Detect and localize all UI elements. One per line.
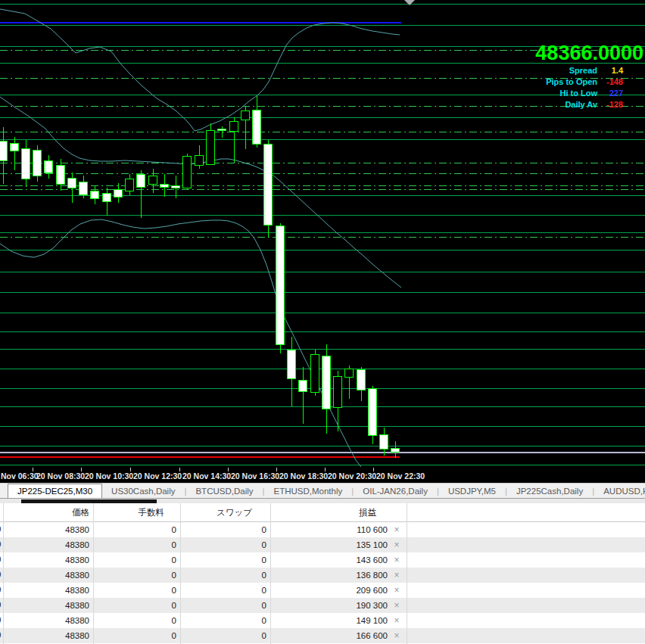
position-row[interactable]: 04838000135 100×: [0, 537, 645, 552]
quote-stats: Spread1.4Pips to Open-148Hi to Low227Dai…: [535, 65, 645, 110]
cell-comm: 0: [98, 568, 176, 583]
cell-price: 48380: [5, 537, 89, 552]
candlestick: [114, 189, 123, 197]
candlestick: [33, 150, 42, 176]
chart-tab-audusd-h1[interactable]: AUDUSD,H1: [594, 484, 645, 498]
chart-tab-ethusd-monthly[interactable]: ETHUSD,Monthly: [265, 484, 352, 498]
chart-tab-us30cash-daily[interactable]: US30Cash,Daily: [102, 484, 184, 498]
candlestick: [218, 129, 226, 130]
clipped-edge-cell: 0: [0, 522, 2, 537]
candlestick: [79, 182, 88, 194]
cell-comm: 0: [98, 628, 176, 643]
position-row[interactable]: 04838000110 600×: [0, 522, 645, 537]
cell-pl: 190 300: [273, 598, 388, 613]
column-separator: [407, 503, 407, 644]
quote-info-overlay: 48366.0000 Spread1.4Pips to Open-148Hi t…: [535, 43, 645, 110]
cell-swap: 0: [185, 628, 266, 643]
quote-stat-row: Spread1.4: [535, 65, 645, 76]
candlestick: [241, 110, 250, 120]
column-header[interactable]: スワップ: [185, 503, 252, 521]
positions-table: 価格手数料スワップ損益 04838000110 600×04838000135 …: [0, 503, 645, 644]
candlestick: [207, 130, 215, 164]
price-chart[interactable]: 48366.0000 Spread1.4Pips to Open-148Hi t…: [0, 0, 645, 468]
chart-shift-marker-icon[interactable]: [404, 0, 415, 5]
time-axis-label: Nov 06:30: [1, 471, 39, 481]
chart-tab-jp225cash-daily[interactable]: JP225Cash,Daily: [507, 484, 592, 498]
cell-swap: 0: [185, 552, 266, 568]
chart-tab-jp225-dec25-m30[interactable]: JP225-DEC25,M30: [8, 484, 102, 498]
position-row[interactable]: 04838000166 600×: [0, 628, 645, 643]
time-axis-label: 20 Nov 20:30: [328, 471, 376, 481]
candlestick: [369, 388, 377, 435]
candlestick: [357, 369, 366, 390]
candlestick: [91, 191, 99, 198]
cell-comm: 0: [98, 537, 176, 552]
close-position-icon[interactable]: ×: [391, 628, 403, 643]
column-header[interactable]: 損益: [273, 503, 376, 521]
close-position-icon[interactable]: ×: [391, 568, 403, 583]
candlestick: [299, 380, 307, 391]
close-position-icon[interactable]: ×: [391, 552, 403, 568]
table-body: 04838000110 600×04838000135 100×04838000…: [0, 522, 645, 643]
close-position-icon[interactable]: ×: [391, 613, 403, 628]
cell-price: 48380: [5, 613, 89, 628]
candlestick: [160, 184, 169, 187]
candlestick: [103, 193, 111, 201]
column-separator: [270, 503, 271, 644]
candlestick: [276, 226, 285, 344]
stat-value: -128: [597, 99, 623, 110]
cell-comm: 0: [98, 598, 176, 613]
candlestick: [195, 155, 204, 165]
close-position-icon[interactable]: ×: [391, 598, 403, 613]
cell-comm: 0: [98, 583, 176, 598]
bollinger-upper-band: [0, 9, 400, 131]
chart-tab-btcusd-daily[interactable]: BTCUSD,Daily: [186, 484, 262, 498]
cell-comm: 0: [98, 552, 176, 568]
table-header-row: 価格手数料スワップ損益: [0, 503, 645, 522]
position-row[interactable]: 04838000190 300×: [0, 598, 645, 613]
position-row[interactable]: 04838000209 600×: [0, 583, 645, 598]
close-position-icon[interactable]: ×: [391, 583, 403, 598]
candlestick: [11, 143, 19, 151]
position-row[interactable]: 04838000136 800×: [0, 568, 645, 583]
chart-tab-oil-jan26-daily[interactable]: OIL-JAN26,Daily: [354, 484, 437, 498]
time-axis[interactable]: Nov 06:3020 Nov 08:3020 Nov 10:3020 Nov …: [0, 468, 645, 483]
cell-swap: 0: [185, 583, 266, 598]
cell-swap: 0: [185, 522, 266, 537]
cell-price: 48380: [5, 628, 89, 643]
chart-tab-usdjpy-m5[interactable]: USDJPY,M5: [439, 484, 505, 498]
time-axis-label: 20 Nov 10:30: [85, 471, 133, 481]
close-position-icon[interactable]: ×: [391, 537, 403, 552]
column-header[interactable]: 価格: [5, 503, 89, 521]
bollinger-lower-band: [0, 219, 361, 467]
bollinger-middle-band: [0, 97, 401, 288]
quote-stat-row: Hi to Low227: [535, 88, 645, 99]
clipped-edge-cell: 0: [0, 598, 2, 613]
time-axis-label: 20 Nov 14:30: [182, 471, 231, 481]
cell-pl: 143 600: [273, 552, 388, 568]
cell-swap: 0: [185, 613, 266, 628]
position-row[interactable]: 04838000143 600×: [0, 552, 645, 568]
candlestick: [126, 179, 134, 191]
candlestick: [68, 178, 76, 188]
horizontal-scrollbar[interactable]: [0, 498, 645, 503]
close-position-icon[interactable]: ×: [391, 522, 403, 537]
cell-comm: 0: [98, 613, 176, 628]
cell-price: 48380: [5, 598, 89, 613]
time-axis-label: 20 Nov 12:30: [133, 471, 182, 481]
column-header[interactable]: 手数料: [98, 503, 164, 521]
candlestick: [0, 141, 8, 160]
time-axis-label: 20 Nov 16:30: [231, 471, 279, 481]
cell-pl: 209 600: [273, 583, 388, 598]
time-axis-label: 20 Nov 22:30: [376, 471, 425, 481]
candlestick: [253, 110, 261, 144]
quote-stat-row: Pips to Open-148: [535, 76, 645, 88]
cell-price: 48380: [5, 568, 89, 583]
time-axis-label: 20 Nov 18:30: [279, 471, 328, 481]
cell-price: 48380: [5, 583, 89, 598]
trading-terminal-window: 48366.0000 Spread1.4Pips to Open-148Hi t…: [0, 0, 645, 644]
cell-pl: 136 800: [273, 568, 388, 583]
chart-tab-bar: JP225-DEC25,M30US30Cash,Daily|BTCUSD,Dai…: [0, 483, 645, 498]
cell-price: 48380: [5, 522, 89, 537]
position-row[interactable]: 04838000149 100×: [0, 613, 645, 628]
